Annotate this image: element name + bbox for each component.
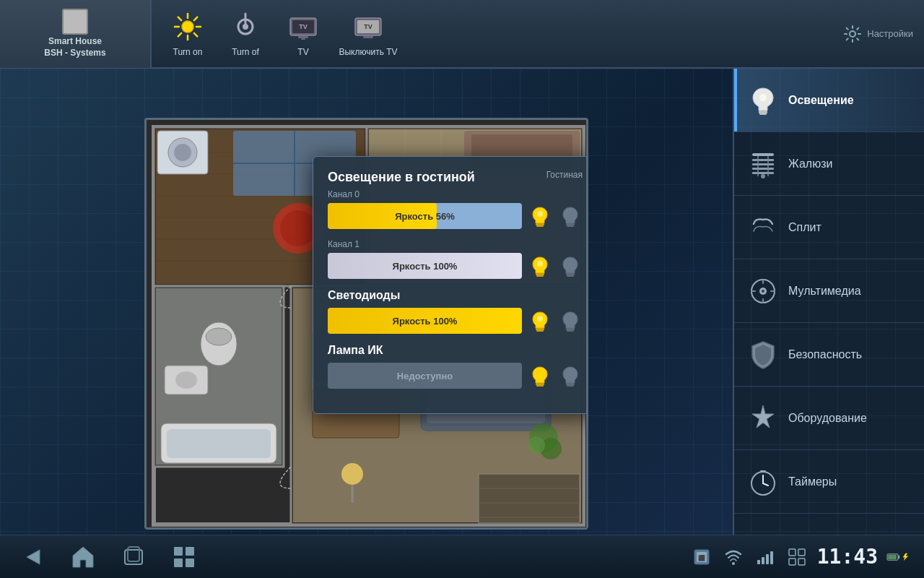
leds-bulb-on[interactable] — [528, 309, 552, 333]
tv-off-button[interactable]: TV Выключить TV — [332, 3, 404, 64]
turn-on-icon — [172, 11, 204, 43]
channel-1-bulb-off[interactable] — [558, 254, 583, 278]
svg-point-56 — [174, 144, 191, 161]
channel-1-label: Канал 1 — [328, 239, 583, 249]
channel-0-bulb-on[interactable] — [528, 204, 552, 228]
svg-rect-135 — [766, 554, 769, 564]
sidebar-item-equipment[interactable]: Оборудование — [734, 387, 924, 450]
leds-bar[interactable]: Яркость 100% — [328, 308, 522, 334]
svg-point-11 — [243, 24, 248, 30]
settings-button[interactable]: Настройки — [842, 24, 913, 44]
svg-point-21 — [850, 31, 855, 37]
turn-on-label: Turn on — [173, 47, 203, 57]
svg-marker-121 — [27, 550, 40, 564]
logo-area: Smart House BSH - Systems — [0, 0, 152, 68]
equipment-icon — [745, 400, 781, 436]
sidebar-timers-label: Таймеры — [788, 475, 837, 488]
svg-rect-143 — [888, 554, 897, 558]
wifi-icon[interactable] — [722, 545, 745, 569]
timers-icon — [745, 464, 781, 500]
svg-rect-88 — [536, 330, 544, 332]
toolbar-buttons: Turn on Turn of TV — [152, 0, 411, 68]
lighting-dialog: Освещение в гостиной Гостиная Канал 0 Яр… — [313, 156, 588, 414]
svg-point-109 — [762, 290, 764, 293]
svg-rect-99 — [752, 153, 774, 156]
ir-bulb-off[interactable] — [558, 363, 583, 388]
svg-marker-122 — [73, 547, 93, 567]
sidebar-item-lighting[interactable]: Освещение — [734, 69, 924, 132]
ir-bulb-on[interactable] — [528, 363, 552, 388]
dialog-title-row: Освещение в гостиной Гостиная — [328, 170, 583, 185]
sidebar-item-split[interactable]: Сплит — [734, 196, 924, 259]
svg-rect-138 — [798, 549, 805, 556]
channel-0-row: Яркость 56% — [328, 203, 583, 229]
screen-brightness-icon[interactable]: ⬛ — [690, 545, 713, 569]
channel-1-bulb-on[interactable] — [528, 254, 552, 278]
grid-status-icon[interactable] — [785, 545, 808, 569]
svg-point-79 — [537, 211, 543, 217]
channel-0-label: Канал 0 — [328, 189, 583, 199]
turn-off-icon — [230, 11, 261, 43]
ir-lamp-bar: Недоступно — [328, 363, 522, 389]
sidebar: Освещение Жалюзи — [733, 69, 924, 578]
home-button[interactable] — [65, 540, 101, 573]
svg-point-61 — [280, 210, 316, 246]
sidebar-blinds-label: Жалюзи — [788, 158, 832, 171]
turn-off-label: Turn of — [232, 47, 259, 57]
sidebar-security-label: Безопасность — [788, 348, 862, 361]
channel-1-bar[interactable]: Яркость 100% — [328, 253, 522, 279]
settings-label: Настройки — [867, 28, 913, 39]
tv-label: TV — [297, 47, 308, 57]
recent-button[interactable] — [116, 540, 152, 573]
svg-rect-87 — [536, 328, 544, 330]
svg-point-132 — [732, 562, 735, 565]
svg-point-89 — [537, 316, 543, 322]
svg-rect-97 — [759, 113, 767, 115]
floorplan[interactable]: Освещение в гостиной Гостиная Канал 0 Яр… — [144, 118, 588, 530]
sidebar-item-blinds[interactable]: Жалюзи — [734, 132, 924, 196]
channel-1-group: Канал 1 Яркость 100% — [328, 239, 583, 279]
ir-lamp-title: Лампа ИК — [328, 344, 583, 357]
topbar: Smart House BSH - Systems Turn o — [0, 0, 924, 69]
svg-text:TV: TV — [299, 23, 308, 30]
turn-on-button[interactable]: Turn on — [159, 3, 217, 64]
sidebar-multimedia-label: Мультимедиа — [788, 285, 861, 298]
svg-rect-86 — [567, 275, 574, 277]
svg-rect-100 — [752, 159, 774, 161]
sidebar-item-security[interactable]: Безопасность — [734, 323, 924, 387]
leds-bulb-off[interactable] — [558, 309, 583, 333]
channel-0-bar[interactable]: Яркость 56% — [328, 203, 522, 229]
ir-lamp-group: Недоступно — [328, 363, 583, 389]
svg-point-84 — [537, 261, 543, 267]
tv-button[interactable]: TV TV — [274, 3, 332, 64]
sidebar-item-multimedia[interactable]: Мультимедиа — [734, 259, 924, 323]
sidebar-split-label: Сплит — [788, 221, 821, 234]
signal-icon[interactable] — [754, 545, 777, 569]
blinds-icon — [745, 146, 781, 182]
back-button[interactable] — [14, 540, 51, 573]
svg-rect-102 — [752, 168, 774, 170]
leds-title: Светодиоды — [328, 289, 583, 302]
svg-line-7 — [194, 17, 197, 20]
ir-lamp-row: Недоступно — [328, 363, 583, 389]
svg-rect-85 — [566, 273, 575, 275]
gear-icon — [842, 24, 863, 44]
svg-point-72 — [528, 436, 545, 454]
channel-0-bulb-off[interactable] — [558, 204, 583, 228]
svg-point-68 — [341, 463, 363, 485]
svg-rect-77 — [536, 223, 544, 225]
svg-rect-83 — [536, 275, 544, 277]
svg-line-5 — [178, 17, 181, 20]
svg-rect-15 — [301, 38, 305, 40]
sidebar-lighting-label: Освещение — [788, 94, 854, 107]
leds-brightness-text: Яркость 100% — [328, 315, 522, 326]
svg-rect-126 — [186, 547, 194, 556]
svg-point-49 — [206, 328, 232, 345]
svg-marker-110 — [752, 405, 774, 428]
svg-rect-127 — [174, 558, 183, 567]
grid-button[interactable] — [166, 540, 202, 573]
ir-lamp-text: Недоступно — [328, 370, 522, 381]
svg-rect-94 — [566, 383, 575, 385]
turn-off-button[interactable]: Turn of — [217, 3, 274, 64]
sidebar-item-timers[interactable]: Таймеры — [734, 450, 924, 514]
